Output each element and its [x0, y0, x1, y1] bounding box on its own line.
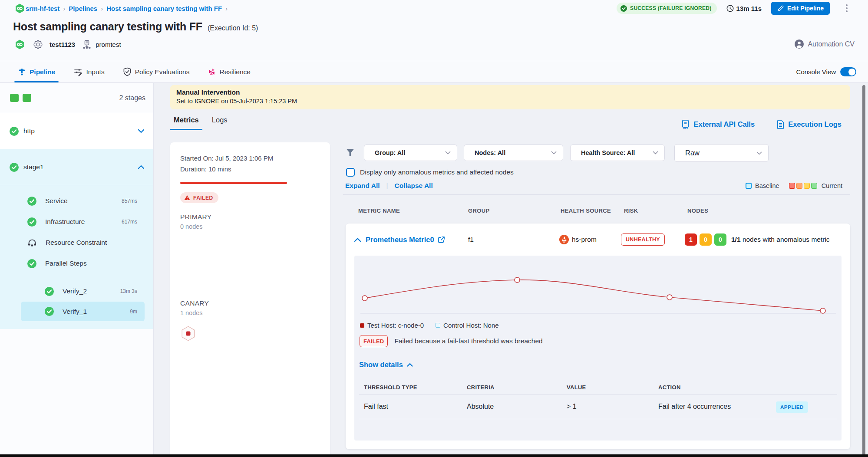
sidebar-step-resource-constraint[interactable]: Resource Constraint [0, 232, 153, 253]
step-duration: 617ms [122, 219, 137, 225]
test-host-swatch [360, 323, 364, 328]
expand-all-link[interactable]: Expand All [345, 182, 380, 190]
chevron-down-icon [551, 151, 557, 155]
main-content: Manual Intervention Set to IGNORE on 05-… [154, 83, 868, 457]
execution-logs-link[interactable]: Execution Logs [776, 119, 842, 129]
execution-sidebar: 2 stages http stage1 Service 857ms [0, 83, 154, 457]
inputs-icon [73, 67, 83, 76]
control-host-label: Control Host: None [443, 322, 499, 329]
sidebar-step-service[interactable]: Service 857ms [0, 191, 153, 211]
sidebar-step-infrastructure[interactable]: Infrastructure 617ms [0, 211, 153, 232]
health-source-value: hs-prom [572, 236, 597, 243]
step-duration: 857ms [122, 198, 137, 204]
metrics-table-header: METRIC NAME GROUP HEALTH SOURCE RISK NOD… [339, 194, 850, 224]
chevron-down-icon[interactable] [138, 129, 145, 133]
user-name: Automation CV [808, 40, 855, 48]
canary-node-hexagon[interactable] [181, 326, 195, 341]
tab-inputs[interactable]: Inputs [70, 61, 108, 82]
chart-series-legend: Test Host: c-node-0 Control Host: None [360, 322, 499, 329]
chevron-down-icon [653, 151, 658, 155]
prometheus-icon [559, 235, 569, 244]
tab-policy-evaluations[interactable]: Policy Evaluations [119, 61, 193, 82]
breadcrumb-link-pipelines[interactable]: Pipelines [69, 5, 97, 12]
collapse-metric-chevron[interactable] [354, 237, 361, 242]
success-check-icon [45, 307, 54, 316]
app-root: srm-hf-test › Pipelines › Host sampling … [0, 0, 868, 457]
page-title: Host sampling canary testing with FF [13, 20, 202, 33]
anomalous-only-label: Display only anomalous metrics and affec… [360, 168, 514, 176]
banner-title: Manual Intervention [176, 89, 842, 96]
external-link-icon [438, 236, 445, 243]
pipeline-icon [18, 68, 26, 76]
environment-name: promtest [96, 41, 121, 48]
harness-service-icon [15, 3, 24, 13]
test-host-label: Test Host: c-node-0 [367, 322, 424, 329]
breadcrumb-link-project[interactable]: srm-hf-test [26, 5, 59, 12]
filter-funnel-icon[interactable] [346, 148, 355, 157]
col-risk: RISK [624, 207, 638, 214]
health-source-filter-value: Health Source: All [581, 149, 635, 156]
step-label: Parallel Steps [45, 260, 87, 267]
stages-count: 2 stages [119, 94, 145, 102]
console-view-toggle[interactable] [840, 67, 856, 76]
col-nodes: NODES [687, 207, 708, 214]
anomalous-only-checkbox[interactable] [346, 168, 355, 177]
avatar-icon [794, 39, 804, 49]
sidebar-stage-stage1[interactable]: stage1 [0, 149, 153, 185]
sidebar-stage-http[interactable]: http [0, 113, 153, 149]
stage-square-icon [23, 94, 31, 102]
success-check-icon [10, 163, 19, 172]
page-header: srm-hf-test › Pipelines › Host sampling … [0, 0, 868, 61]
service-name: test1123 [50, 41, 75, 48]
breadcrumb: srm-hf-test › Pipelines › Host sampling … [15, 3, 228, 13]
success-check-icon [10, 127, 19, 136]
health-source-filter-dropdown[interactable]: Health Source: All [570, 145, 665, 161]
harness-service-icon [15, 39, 24, 49]
nodes-filter-dropdown[interactable]: Nodes: All [464, 145, 563, 161]
chevron-up-icon[interactable] [138, 165, 145, 169]
metric-name-link[interactable]: Prometheus Metric0 [366, 236, 445, 244]
check-circle-icon [620, 5, 627, 12]
edit-pipeline-button[interactable]: Edit Pipeline [771, 2, 830, 15]
tab-pipeline[interactable]: Pipeline [14, 61, 59, 82]
pencil-icon [777, 5, 784, 12]
document-icon [776, 120, 785, 129]
step-label: Resource Constraint [46, 239, 107, 247]
current-yellow-swatch [804, 183, 810, 189]
edit-pipeline-label: Edit Pipeline [787, 5, 824, 12]
external-api-calls-link[interactable]: API External API Calls [681, 119, 755, 129]
primary-label: PRIMARY [180, 213, 320, 221]
failed-message: Failed because a fail-fast threshold was… [394, 337, 542, 345]
show-details-label: Show details [359, 361, 403, 369]
sidebar-step-verify1[interactable]: Verify_1 9m [21, 302, 145, 321]
execution-id: (Execution Id: 5) [208, 24, 258, 32]
resource-constraint-icon [27, 238, 37, 247]
nodes-ratio: 1/1 [731, 236, 741, 243]
failed-verdict-badge: FAILED [360, 335, 388, 347]
node-count-green: 0 [714, 233, 726, 246]
resilience-icon [208, 68, 216, 76]
mode-dropdown[interactable]: Raw [674, 144, 769, 162]
show-details-link[interactable]: Show details [359, 361, 413, 369]
sidebar-step-verify2[interactable]: Verify_2 13m 3s [0, 281, 153, 302]
tab-resilience[interactable]: Resilience [204, 61, 254, 82]
mode-value: Raw [685, 149, 700, 157]
current-orange-swatch [796, 183, 802, 189]
collapse-all-link[interactable]: Collapse All [395, 182, 433, 190]
vertical-scrollbar[interactable] [862, 85, 865, 457]
summary-duration: Duration: 10 mins [180, 165, 320, 173]
col-metric-name: METRIC NAME [358, 207, 400, 214]
environment-icon [82, 39, 92, 49]
step-duration: 9m [130, 309, 137, 315]
group-filter-dropdown[interactable]: Group: All [364, 145, 457, 161]
metric-row: Prometheus Metric0 f1 hs-prom UNHEALTHY … [346, 224, 850, 256]
col-threshold-type: THRESHOLD TYPE [364, 384, 417, 391]
breadcrumb-link-pipeline[interactable]: Host sampling canary testing with FF [106, 5, 222, 12]
more-options-button[interactable] [843, 3, 850, 14]
sidebar-step-parallel-steps[interactable]: Parallel Steps [0, 253, 153, 274]
tab-metrics[interactable]: Metrics [174, 116, 199, 130]
chevron-down-icon [756, 151, 762, 155]
current-red-swatch [789, 183, 795, 189]
nodes-text: nodes with anomalous metric [743, 236, 830, 243]
tab-logs[interactable]: Logs [212, 116, 228, 130]
